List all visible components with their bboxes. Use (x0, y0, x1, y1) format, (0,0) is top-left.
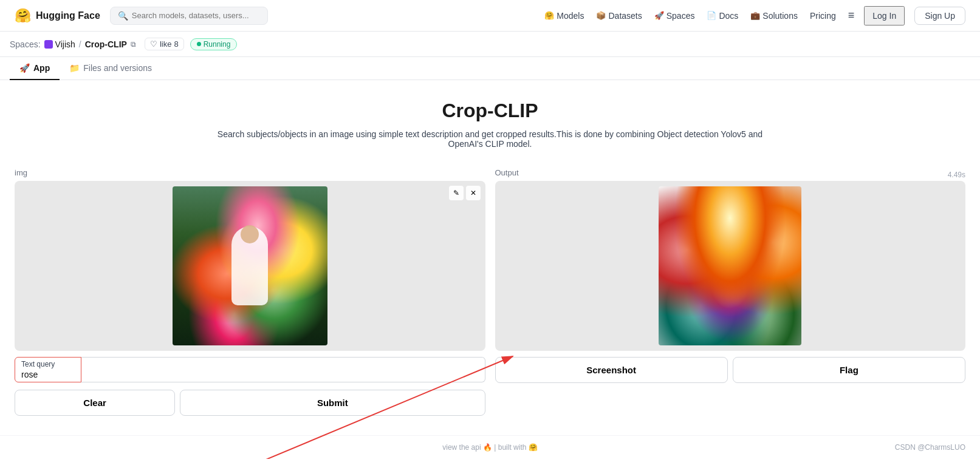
logo-emoji: 🤗 (15, 8, 31, 24)
image-controls: ✎ ✕ (449, 186, 481, 200)
tab-app[interactable]: 🚀 App (10, 57, 60, 80)
app-tab-icon: 🚀 (19, 63, 30, 73)
panels: img ✎ (15, 168, 965, 416)
app-title: Crop-CLIP (15, 100, 965, 122)
models-icon: 🤗 (544, 11, 554, 20)
spaces-label: Spaces: (10, 39, 41, 49)
panels-wrapper: img ✎ (15, 168, 965, 416)
tab-app-label: App (33, 63, 50, 73)
text-query-label-box: Text query rose (15, 357, 81, 382)
nav-more[interactable]: ≡ (848, 9, 855, 22)
owner-avatar (44, 40, 53, 49)
more-icon: ≡ (848, 9, 855, 22)
footer-text: view the api 🔥 | built with 🤗 (442, 443, 538, 452)
copy-icon[interactable]: ⧉ (131, 40, 136, 49)
search-box[interactable]: 🔍 (110, 7, 268, 25)
text-query-label: Text query (21, 360, 75, 368)
text-query-input[interactable] (81, 357, 485, 382)
output-panel-label: Output (495, 168, 519, 177)
clear-button[interactable]: Clear (15, 390, 175, 416)
screenshot-button[interactable]: Screenshot (495, 357, 728, 383)
output-time: 4.49s (948, 171, 965, 179)
output-image-area (495, 181, 966, 351)
heart-icon: ♡ (150, 39, 157, 49)
like-count: 8 (174, 39, 178, 49)
logo[interactable]: 🤗 Hugging Face (15, 8, 100, 24)
breadcrumb-slash: / (79, 39, 81, 49)
space-owner[interactable]: Vijish (44, 39, 75, 49)
search-input[interactable] (132, 11, 260, 20)
close-image-button[interactable]: ✕ (466, 186, 481, 200)
like-label: like (160, 39, 172, 49)
nav-models[interactable]: 🤗 Models (544, 11, 584, 21)
input-image (173, 186, 327, 345)
tab-files-label: Files and versions (83, 63, 152, 73)
input-panel-label: img (15, 168, 27, 177)
input-image-area: ✎ ✕ (15, 181, 485, 351)
edit-image-button[interactable]: ✎ (449, 186, 464, 200)
app-description: Search subjects/objects in an image usin… (217, 129, 764, 149)
spaces-icon: 🚀 (654, 11, 664, 20)
output-buttons: Screenshot Flag (495, 357, 966, 383)
action-buttons: Clear Submit (15, 390, 485, 416)
flag-button[interactable]: Flag (733, 357, 965, 383)
output-image (659, 186, 801, 345)
datasets-icon: 📦 (596, 11, 606, 20)
main-nav: 🤗 Models 📦 Datasets 🚀 Spaces 📄 Docs 💼 So… (544, 9, 854, 22)
files-tab-icon: 📁 (69, 63, 80, 73)
nav-datasets[interactable]: 📦 Datasets (596, 11, 642, 21)
space-name: Crop-CLIP (85, 39, 127, 49)
owner-name: Vijish (55, 39, 75, 49)
docs-icon: 📄 (707, 11, 716, 20)
nav-pricing[interactable]: Pricing (810, 11, 836, 21)
main-content: Crop-CLIP Search subjects/objects in an … (0, 80, 980, 430)
login-button[interactable]: Log In (864, 6, 905, 25)
output-panel: Output 4.49s Screenshot Flag (495, 168, 966, 416)
close-icon: ✕ (470, 189, 476, 197)
input-panel: img ✎ (15, 168, 485, 416)
search-icon: 🔍 (118, 11, 128, 21)
submit-button[interactable]: Submit (180, 390, 485, 416)
nav-solutions[interactable]: 💼 Solutions (750, 11, 798, 21)
solutions-icon: 💼 (750, 11, 760, 20)
text-query-section: Text query rose (15, 357, 485, 382)
signup-button[interactable]: Sign Up (914, 7, 965, 25)
nav-docs[interactable]: 📄 Docs (707, 11, 738, 21)
watermark: CSDN @CharmsLUO (895, 443, 965, 452)
footer: view the api 🔥 | built with 🤗 CSDN @Char… (0, 435, 980, 459)
tabs: 🚀 App 📁 Files and versions (0, 57, 980, 80)
breadcrumb: Spaces: Vijish / Crop-CLIP ⧉ ♡ like 8 Ru… (0, 32, 980, 57)
text-query-value: rose (21, 370, 75, 379)
running-dot (197, 42, 201, 46)
like-button[interactable]: ♡ like 8 (145, 38, 184, 50)
tab-files[interactable]: 📁 Files and versions (60, 57, 162, 80)
running-badge: Running (190, 38, 238, 50)
pencil-icon: ✎ (453, 189, 459, 197)
running-label: Running (204, 40, 231, 49)
logo-text: Hugging Face (36, 10, 100, 21)
nav-spaces[interactable]: 🚀 Spaces (654, 11, 695, 21)
